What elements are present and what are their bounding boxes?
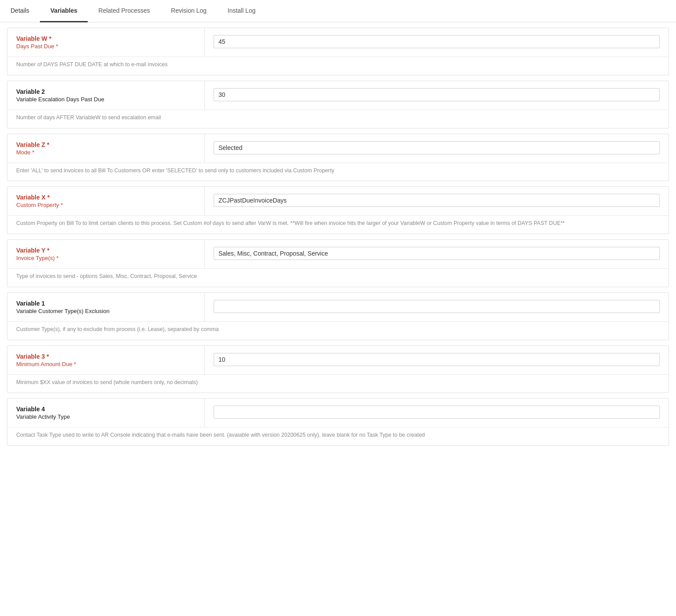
variable-section-variable-w: Variable W *Days Past Due *Number of DAY… xyxy=(7,28,669,75)
tab-install-log[interactable]: Install Log xyxy=(217,0,266,22)
variable-right-variable-y xyxy=(205,240,669,267)
variable-input-variable-2[interactable] xyxy=(214,88,660,101)
variable-right-variable-z xyxy=(205,134,669,161)
variable-right-variable-4 xyxy=(205,399,669,426)
variable-right-variable-x xyxy=(205,187,669,214)
variable-label-variable-x: Custom Property * xyxy=(16,202,196,208)
variable-row-variable-3: Variable 3 *Minimum Amount Due * xyxy=(7,346,669,374)
variable-row-variable-2: Variable 2Variable Escalation Days Past … xyxy=(7,81,669,110)
variable-row-variable-1: Variable 1Variable Customer Type(s) Excl… xyxy=(7,293,669,321)
tabs-container: DetailsVariablesRelated ProcessesRevisio… xyxy=(0,0,676,22)
variable-left-variable-4: Variable 4Variable Activity Type xyxy=(7,399,205,427)
variable-section-variable-3: Variable 3 *Minimum Amount Due *Minimum … xyxy=(7,345,669,393)
variable-input-variable-z[interactable] xyxy=(214,141,660,154)
variable-input-variable-4[interactable] xyxy=(214,406,660,419)
variable-description-variable-4: Contact Task Type used to write to AR Co… xyxy=(7,427,669,445)
variable-section-variable-4: Variable 4Variable Activity TypeContact … xyxy=(7,398,669,446)
variable-section-variable-z: Variable Z *Mode *Enter 'ALL' to send in… xyxy=(7,134,669,182)
variable-input-variable-y[interactable] xyxy=(214,247,660,260)
variable-name-variable-z: Variable Z * xyxy=(16,141,196,148)
variable-label-variable-4: Variable Activity Type xyxy=(16,413,196,420)
variable-row-variable-z: Variable Z *Mode * xyxy=(7,134,669,163)
variable-section-variable-1: Variable 1Variable Customer Type(s) Excl… xyxy=(7,292,669,340)
variable-label-variable-2: Variable Escalation Days Past Due xyxy=(16,96,196,103)
variable-name-variable-4: Variable 4 xyxy=(16,406,196,413)
content-area: Variable W *Days Past Due *Number of DAY… xyxy=(0,28,676,446)
variable-section-variable-2: Variable 2Variable Escalation Days Past … xyxy=(7,81,669,128)
tab-related-processes[interactable]: Related Processes xyxy=(88,0,161,22)
variable-label-variable-y: Invoice Type(s) * xyxy=(16,255,196,261)
variable-right-variable-1 xyxy=(205,293,669,320)
variable-name-variable-2: Variable 2 xyxy=(16,88,196,95)
variable-name-variable-w: Variable W * xyxy=(16,35,196,42)
variable-name-variable-x: Variable X * xyxy=(16,194,196,201)
variable-input-variable-w[interactable] xyxy=(214,35,660,48)
tab-details[interactable]: Details xyxy=(0,0,40,22)
variable-row-variable-4: Variable 4Variable Activity Type xyxy=(7,399,669,427)
variable-right-variable-w xyxy=(205,28,669,55)
tab-revision-log[interactable]: Revision Log xyxy=(161,0,217,22)
variable-left-variable-3: Variable 3 *Minimum Amount Due * xyxy=(7,346,205,374)
variable-name-variable-1: Variable 1 xyxy=(16,300,196,307)
variable-left-variable-x: Variable X *Custom Property * xyxy=(7,187,205,215)
variable-description-variable-y: Type of invoices to send - options Sales… xyxy=(7,268,669,287)
variable-input-variable-3[interactable] xyxy=(214,353,660,366)
variable-row-variable-w: Variable W *Days Past Due * xyxy=(7,28,669,57)
variable-name-variable-3: Variable 3 * xyxy=(16,353,196,360)
variable-right-variable-3 xyxy=(205,346,669,373)
variable-section-variable-x: Variable X *Custom Property *Custom Prop… xyxy=(7,186,669,234)
variable-description-variable-w: Number of DAYS PAST DUE DATE at which to… xyxy=(7,57,669,75)
variable-description-variable-3: Minimum $XX value of invoices to send (w… xyxy=(7,374,669,393)
variable-label-variable-w: Days Past Due * xyxy=(16,43,196,50)
variable-description-variable-x: Custom Property on Bill To to limit cert… xyxy=(7,215,669,234)
variable-left-variable-z: Variable Z *Mode * xyxy=(7,134,205,163)
tab-variables[interactable]: Variables xyxy=(40,0,88,22)
variable-description-variable-z: Enter 'ALL' to send invoices to all Bill… xyxy=(7,163,669,181)
variable-description-variable-2: Number of days AFTER VariableW to send e… xyxy=(7,110,669,128)
variable-description-variable-1: Customer Type(s), if any to exclude from… xyxy=(7,321,669,340)
variable-input-variable-1[interactable] xyxy=(214,300,660,313)
variable-row-variable-x: Variable X *Custom Property * xyxy=(7,187,669,215)
variable-row-variable-y: Variable Y *Invoice Type(s) * xyxy=(7,240,669,268)
variable-label-variable-1: Variable Customer Type(s) Exclusion xyxy=(16,308,196,314)
variable-left-variable-y: Variable Y *Invoice Type(s) * xyxy=(7,240,205,268)
variable-name-variable-y: Variable Y * xyxy=(16,247,196,254)
variable-label-variable-3: Minimum Amount Due * xyxy=(16,361,196,367)
variable-left-variable-2: Variable 2Variable Escalation Days Past … xyxy=(7,81,205,110)
variable-right-variable-2 xyxy=(205,81,669,108)
variable-left-variable-w: Variable W *Days Past Due * xyxy=(7,28,205,57)
variable-label-variable-z: Mode * xyxy=(16,149,196,156)
variable-left-variable-1: Variable 1Variable Customer Type(s) Excl… xyxy=(7,293,205,321)
variable-section-variable-y: Variable Y *Invoice Type(s) *Type of inv… xyxy=(7,239,669,287)
variable-input-variable-x[interactable] xyxy=(214,194,660,207)
